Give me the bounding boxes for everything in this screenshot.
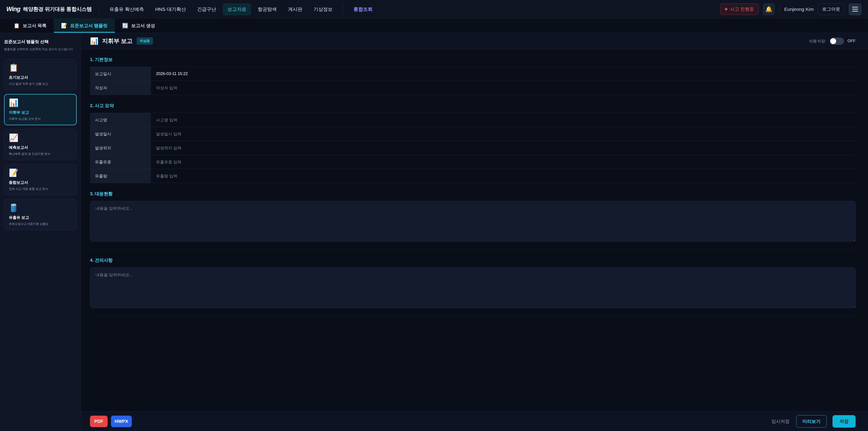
field-label-report-datetime: 보고일시 [90,67,151,81]
field-input-incident-name[interactable]: 사고명 입력 [151,113,856,127]
section-divider [90,316,856,316]
clipboard-icon: 📋 [9,64,72,71]
field-input-occurrence-location[interactable]: 발생위치 입력 [151,141,856,155]
nav-item-integrated-search[interactable]: 통합조회 [349,3,377,16]
field-value-report-datetime[interactable]: 2026-03-11 15:22 [151,67,856,81]
action-buttons: 임시저장 미리보기 저장 [771,415,856,428]
template-card-oil-spill-report[interactable]: 🛢️ 유출유 보고 유류오염사고 대응지원 상황도 [4,199,76,230]
memo-icon: 📝 [61,23,67,29]
export-pdf-button[interactable]: PDF [90,415,107,427]
field-label-author: 작성자 [90,81,151,95]
basic-info-table: 보고일시 2026-03-11 15:22 작성자 작성자 입력 [90,67,856,95]
template-card-prediction-report[interactable]: 📈 예측보고서 확산예측 결과 및 민감자원 분석 [4,129,76,160]
nav-separator [98,5,99,13]
incident-dot-icon [725,8,727,10]
nav-item-weather-info[interactable]: 기상정보 [309,3,337,16]
template-title: 종합보고서 [9,180,72,185]
export-hwpx-button[interactable]: HWPX [111,415,132,427]
export-buttons: PDF HWPX [90,415,132,427]
field-input-occurrence-datetime[interactable]: 발생일시 입력 [151,127,856,141]
status-badge-draft: 작성중 [136,37,153,45]
template-title: 유출유 보고 [9,215,72,220]
report-editor-panel: 📊 지휘부 보고 작성중 자동저장: OFF 1. 기본정보 보고일시 2026… [81,33,868,431]
template-title: 초기보고서 [9,75,72,80]
bell-icon: 🔔 [765,6,772,12]
field-input-oil-type[interactable]: 유출유종 입력 [151,155,856,169]
notification-button[interactable]: 🔔 [763,3,775,16]
report-header: 📊 지휘부 보고 작성중 자동저장: OFF [81,33,868,49]
autosave-control: 자동저장: OFF [809,37,856,45]
sidebar-title: 표준보고서 템플릿 선택 [4,39,76,45]
suggestions-textarea[interactable] [90,267,856,308]
refresh-icon: 🔄 [122,23,128,29]
tab-report-generate-label: 보고서 생성 [131,23,155,29]
nav-item-board[interactable]: 게시판 [283,3,307,16]
app-title: 해양환경 위기대응 통합시스템 [23,6,92,13]
table-row: 보고일시 2026-03-11 15:22 [90,67,856,81]
top-navigation-bar: Wing 해양환경 위기대응 통합시스템 유출유 확산예측 HNS·대기확산 긴… [0,0,868,19]
memo-icon: 📝 [9,169,72,177]
nav-item-oil-spill-prediction[interactable]: 유출유 확산예측 [105,3,149,16]
logo-wing-icon: Wing [6,6,20,13]
temp-save-button[interactable]: 임시저장 [771,415,790,427]
template-card-command-report[interactable]: 📊 지휘부 보고 지휘부 보고용 요약 문서 [4,94,76,125]
field-label-occurrence-datetime: 발생일시 [90,127,151,141]
user-separator [779,5,780,14]
autosave-state: OFF [847,39,856,43]
table-row: 발생일시 발생일시 입력 [90,127,856,141]
save-button[interactable]: 저장 [833,415,856,428]
incident-in-progress-badge[interactable]: 사고 진행중 [720,3,759,15]
field-input-author[interactable]: 작성자 입력 [151,81,856,95]
section-title-basic-info: 1. 기본정보 [90,57,856,63]
hamburger-icon [852,7,858,7]
nav-accent-group: 통합조회 [343,3,377,16]
field-label-incident-name: 사고명 [90,113,151,127]
logout-button[interactable]: 로그아웃 [818,3,844,15]
template-sidebar: 표준보고서 템플릿 선택 템플릿을 선택하면 오른쪽에 작성 양식이 표시됩니다… [0,33,81,431]
app-logo: Wing 해양환경 위기대응 통합시스템 [6,6,92,13]
section-title-incident-summary: 2. 사고 요약 [90,102,856,109]
preview-button[interactable]: 미리보기 [796,415,827,428]
tab-report-generate[interactable]: 🔄 보고서 생성 [115,19,162,33]
template-desc: 전체 사고 대응 종합 보고 문서 [9,187,72,191]
template-desc: 유류오염사고 대응지원 상황도 [9,222,72,226]
table-row: 사고명 사고명 입력 [90,113,856,127]
template-title: 예측보고서 [9,145,72,150]
clipboard-icon: 📋 [13,23,20,29]
user-name: Eunjeong Kim [784,6,814,12]
template-title: 지휘부 보고 [9,110,72,115]
field-label-occurrence-location: 발생위치 [90,141,151,155]
nav-item-reports[interactable]: 보고자료 [223,3,251,16]
hamburger-menu-button[interactable] [848,3,862,16]
bar-chart-icon: 📊 [90,37,98,45]
autosave-toggle[interactable] [830,37,844,45]
nav-item-hns-atmospheric[interactable]: HNS·대기확산 [151,3,191,16]
table-row: 발생위치 발생위치 입력 [90,141,856,155]
nav-item-emergency-rescue[interactable]: 긴급구난 [192,3,221,16]
main-layout: 표준보고서 템플릿 선택 템플릿을 선택하면 오른쪽에 작성 양식이 표시됩니다… [0,33,868,431]
report-footer-bar: PDF HWPX 임시저장 미리보기 저장 [81,411,868,431]
topnav-right-group: 사고 진행중 🔔 Eunjeong Kim 로그아웃 [720,3,862,16]
response-status-textarea[interactable] [90,201,856,242]
oil-drum-icon: 🛢️ [9,204,72,212]
main-menu: 유출유 확산예측 HNS·대기확산 긴급구난 보고자료 항공탐색 게시판 기상정… [105,3,377,16]
report-title: 지휘부 보고 [102,37,132,45]
toggle-knob [830,38,836,44]
table-row: 작성자 작성자 입력 [90,81,856,95]
table-row: 유출량 유출량 입력 [90,169,856,183]
autosave-label: 자동저장: [809,38,826,44]
table-row: 유출유종 유출유종 입력 [90,155,856,169]
tab-standard-report-template[interactable]: 📝 표준보고서 템플릿 [54,19,115,33]
incident-badge-label: 사고 진행중 [730,6,754,12]
tab-standard-template-label: 표준보고서 템플릿 [70,23,107,29]
sidebar-subtitle: 템플릿을 선택하면 오른쪽에 작성 양식이 표시됩니다. [4,47,76,51]
report-form: 1. 기본정보 보고일시 2026-03-11 15:22 작성자 작성자 입력… [81,49,868,411]
template-card-comprehensive-report[interactable]: 📝 종합보고서 전체 사고 대응 종합 보고 문서 [4,164,76,195]
section-title-response-status: 3. 대응현황 [90,191,856,197]
tab-report-list[interactable]: 📋 보고서 목록 [6,19,54,33]
section-title-suggestions: 4. 건의사항 [90,257,856,263]
template-desc: 확산예측 결과 및 민감자원 분석 [9,152,72,156]
template-card-initial-report[interactable]: 📋 초기보고서 사고 발생 직후 초기 상황 보고 [4,59,76,90]
field-input-spill-amount[interactable]: 유출량 입력 [151,169,856,183]
nav-item-aerial-search[interactable]: 항공탐색 [253,3,281,16]
